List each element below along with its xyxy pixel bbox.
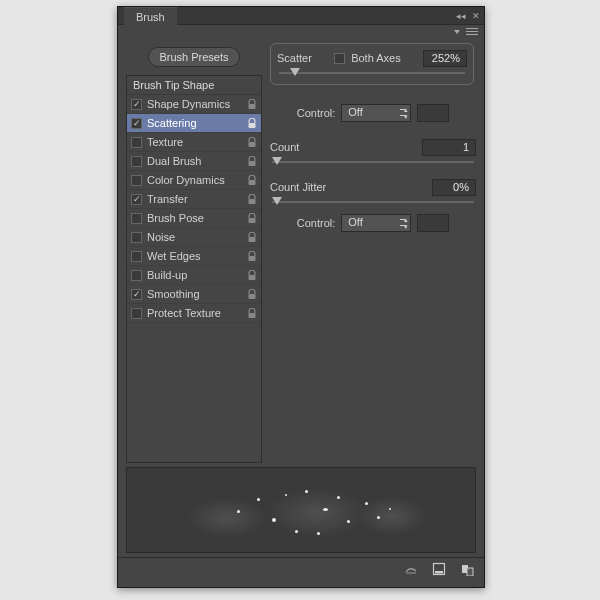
svg-rect-8 [249,256,256,261]
option-label: Color Dynamics [147,174,245,186]
option-checkbox[interactable] [131,213,142,224]
option-label: Wet Edges [147,250,245,262]
scatter-group: Scatter Both Axes 252% [270,43,474,85]
option-checkbox[interactable] [131,118,142,129]
option-label: Texture [147,136,245,148]
scatter-value[interactable]: 252% [423,50,467,67]
lock-icon[interactable] [245,156,259,167]
lock-icon[interactable] [245,175,259,186]
svg-rect-11 [249,313,256,318]
lock-icon[interactable] [245,289,259,300]
new-preset-icon[interactable] [432,562,446,576]
sidebar-option-smoothing[interactable]: Smoothing [127,285,261,304]
lock-icon[interactable] [245,137,259,148]
brush-sidebar: Brush Presets Brush Tip Shape Shape Dyna… [126,45,262,463]
option-checkbox[interactable] [131,270,142,281]
lock-icon[interactable] [245,99,259,110]
option-label: Shape Dynamics [147,98,245,110]
option-label: Build-up [147,269,245,281]
svg-rect-6 [249,218,256,223]
sidebar-option-noise[interactable]: Noise [127,228,261,247]
svg-rect-0 [249,104,256,109]
svg-rect-5 [249,199,256,204]
brush-presets-button[interactable]: Brush Presets [148,47,239,67]
sidebar-option-protect-texture[interactable]: Protect Texture [127,304,261,323]
sidebar-option-build-up[interactable]: Build-up [127,266,261,285]
count-jitter-value[interactable]: 0% [432,179,476,196]
scatter-label: Scatter [277,52,312,64]
option-checkbox[interactable] [131,175,142,186]
option-checkbox[interactable] [131,194,142,205]
jitter-control-dropdown[interactable]: Off▴▾ [341,214,411,232]
svg-rect-3 [249,161,256,166]
close-icon[interactable]: ✕ [472,11,480,21]
brush-settings-content: Scatter Both Axes 252% Control: Off▴▾ [262,45,476,463]
lock-icon[interactable] [245,308,259,319]
option-label: Smoothing [147,288,245,300]
both-axes-label: Both Axes [351,52,401,64]
count-label: Count [270,141,299,153]
snap-icon[interactable] [460,562,474,576]
panel-footer [118,557,484,579]
panel-titlebar: Brush ◂◂ ✕ [118,7,484,25]
sidebar-option-brush-pose[interactable]: Brush Pose [127,209,261,228]
lock-icon[interactable] [245,251,259,262]
option-label: Dual Brush [147,155,245,167]
lock-icon[interactable] [245,232,259,243]
option-checkbox[interactable] [131,251,142,262]
option-label: Protect Texture [147,307,245,319]
sidebar-option-shape-dynamics[interactable]: Shape Dynamics [127,95,261,114]
svg-rect-9 [249,275,256,280]
svg-rect-13 [435,571,443,574]
dropdown-triangle-icon[interactable] [454,30,460,34]
collapse-icon[interactable]: ◂◂ [456,11,466,21]
sidebar-option-transfer[interactable]: Transfer [127,190,261,209]
option-checkbox[interactable] [131,99,142,110]
svg-rect-10 [249,294,256,299]
scatter-slider[interactable] [279,72,465,74]
svg-rect-2 [249,142,256,147]
sidebar-option-dual-brush[interactable]: Dual Brush [127,152,261,171]
both-axes-checkbox[interactable] [334,53,345,64]
option-label: Scattering [147,117,245,129]
option-checkbox[interactable] [131,137,142,148]
count-jitter-slider[interactable] [272,201,474,203]
svg-rect-15 [467,568,473,576]
option-checkbox[interactable] [131,289,142,300]
brush-tip-shape-header[interactable]: Brush Tip Shape [127,76,261,95]
lock-icon[interactable] [245,194,259,205]
option-checkbox[interactable] [131,308,142,319]
sidebar-option-color-dynamics[interactable]: Color Dynamics [127,171,261,190]
count-jitter-label: Count Jitter [270,181,326,193]
lock-icon[interactable] [245,270,259,281]
brush-option-list: Brush Tip Shape Shape DynamicsScattering… [126,75,262,463]
brush-panel: Brush ◂◂ ✕ Brush Presets Brush Tip Shape… [117,6,485,588]
scatter-control-label: Control: [297,107,336,119]
toggle-preview-icon[interactable] [404,562,418,576]
lock-icon[interactable] [245,213,259,224]
option-checkbox[interactable] [131,232,142,243]
sidebar-option-texture[interactable]: Texture [127,133,261,152]
scatter-control-dropdown[interactable]: Off▴▾ [341,104,411,122]
panel-menu-icon[interactable] [466,28,478,37]
panel-tab-brush[interactable]: Brush [124,7,177,25]
option-checkbox[interactable] [131,156,142,167]
option-label: Transfer [147,193,245,205]
scatter-control-swatch[interactable] [417,104,449,122]
svg-rect-7 [249,237,256,242]
jitter-control-label: Control: [297,217,336,229]
sidebar-option-scattering[interactable]: Scattering [127,114,261,133]
jitter-control-swatch[interactable] [417,214,449,232]
sidebar-option-wet-edges[interactable]: Wet Edges [127,247,261,266]
brush-preview [126,467,476,553]
svg-rect-4 [249,180,256,185]
option-label: Noise [147,231,245,243]
panel-menubar [118,25,484,39]
count-value[interactable]: 1 [422,139,476,156]
count-slider[interactable] [272,161,474,163]
lock-icon[interactable] [245,118,259,129]
option-label: Brush Pose [147,212,245,224]
svg-rect-1 [249,123,256,128]
